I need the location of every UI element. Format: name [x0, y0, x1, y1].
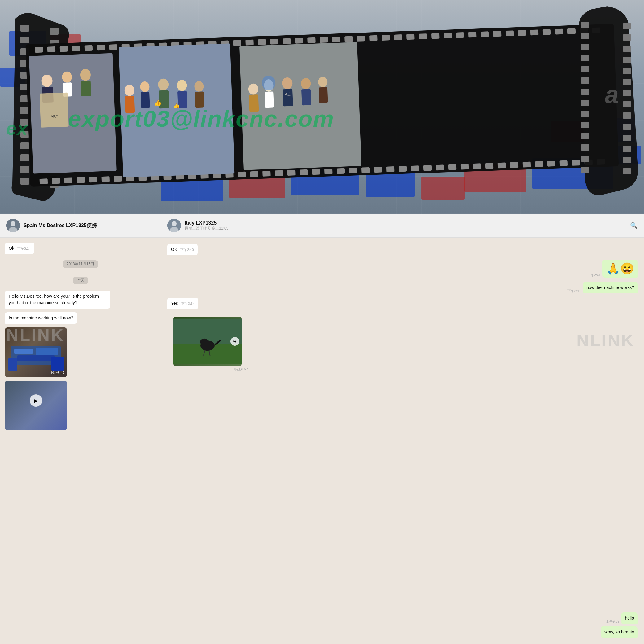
svg-rect-30	[47, 46, 56, 52]
svg-rect-148	[265, 91, 274, 108]
svg-rect-34	[97, 45, 105, 50]
forward-button-right[interactable]: ↪	[230, 337, 239, 346]
msg-ok-right: OK 下午2:40	[167, 244, 638, 255]
svg-point-185	[11, 221, 15, 226]
svg-rect-9	[20, 131, 29, 138]
svg-rect-101	[361, 167, 370, 173]
svg-rect-155	[319, 87, 328, 103]
svg-rect-156	[581, 22, 589, 28]
ok-right-time: 下午2:40	[180, 247, 194, 252]
avatar-left	[6, 219, 20, 232]
svg-rect-114	[523, 162, 531, 168]
svg-rect-105	[411, 165, 419, 171]
svg-rect-77	[64, 177, 72, 183]
svg-rect-60	[419, 33, 427, 39]
chat-header-info-left: Spain Ms.Desiree LXP1325便携	[24, 222, 155, 229]
svg-rect-166	[581, 133, 589, 139]
svg-rect-162	[581, 89, 589, 95]
svg-rect-107	[436, 164, 444, 170]
svg-rect-96	[300, 169, 308, 175]
svg-rect-108	[448, 164, 457, 170]
svg-rect-29	[35, 47, 43, 53]
svg-rect-79	[89, 177, 97, 182]
svg-rect-81	[114, 176, 122, 182]
svg-rect-64	[468, 32, 477, 37]
svg-rect-111	[485, 163, 494, 169]
media-container-2[interactable]: ▶	[5, 381, 67, 430]
svg-text:ART: ART	[50, 114, 58, 119]
svg-rect-57	[382, 35, 390, 41]
svg-rect-100	[349, 168, 357, 173]
svg-rect-118	[572, 160, 580, 166]
svg-rect-72	[567, 28, 576, 34]
svg-rect-31	[60, 46, 68, 52]
svg-rect-98	[324, 169, 333, 174]
svg-rect-158	[581, 44, 589, 50]
svg-rect-94	[275, 170, 283, 176]
svg-rect-35	[109, 44, 118, 50]
ok-right-text: OK	[171, 247, 177, 252]
svg-rect-10	[20, 142, 29, 149]
media-container-1[interactable]: 晚上8:47	[5, 327, 67, 377]
svg-rect-103	[386, 166, 395, 172]
svg-rect-56	[369, 35, 378, 41]
svg-text:👍: 👍	[173, 102, 180, 109]
svg-rect-99	[337, 168, 345, 174]
hello-text: hello	[625, 616, 634, 620]
svg-rect-53	[332, 37, 340, 42]
svg-rect-183	[623, 168, 631, 174]
chat-header-right: Italy LXP1325 最后上线于昨天 晚上11:05 🔍	[161, 214, 644, 238]
date-divider-yesterday: 昨天	[5, 277, 156, 284]
video-thumb-right: ↪	[173, 317, 242, 366]
msg-media-1: 晚上8:47	[5, 327, 156, 377]
bubble-machine-works: now the machine works?	[583, 282, 638, 293]
chat-media-inner-1	[5, 327, 67, 377]
svg-rect-145	[249, 94, 259, 112]
chat-section: Spain Ms.Desiree LXP1325便携 Ok 下午3:24 201…	[0, 214, 644, 644]
svg-rect-51	[307, 37, 316, 43]
media-container-right-1[interactable]: ↪ 晚上6:57	[173, 317, 248, 372]
msg-machine-text: Is the machine working well now?	[9, 315, 73, 320]
bubble-hello: Hello Ms.Desiree, how are you? Is the pr…	[5, 291, 110, 309]
svg-rect-54	[344, 36, 353, 42]
svg-rect-165	[581, 122, 589, 128]
play-button-2[interactable]: ▶	[30, 394, 42, 407]
chat-messages-right[interactable]: OK 下午2:40 下午2:41 🙏😄 下午2:41 now the machi…	[161, 238, 644, 644]
date-divider-2018: 2018年11月15日	[5, 260, 156, 268]
svg-rect-109	[461, 164, 469, 170]
svg-rect-80	[101, 176, 110, 182]
msg-hello-text: Hello Ms.Desiree, how are you? Is the pr…	[9, 294, 99, 305]
svg-rect-189	[36, 348, 58, 355]
svg-rect-177	[623, 101, 631, 107]
svg-rect-58	[394, 34, 402, 40]
svg-rect-163	[581, 100, 589, 106]
svg-rect-59	[406, 34, 415, 40]
date-label-2018: 2018年11月15日	[63, 260, 98, 268]
svg-rect-110	[473, 163, 481, 169]
yes-time: 下午3:34	[181, 301, 195, 306]
avatar-right	[167, 219, 181, 232]
svg-rect-62	[444, 33, 452, 38]
svg-rect-13	[20, 178, 29, 185]
bubble-machine-working: Is the machine working well now?	[5, 312, 77, 324]
svg-rect-130	[119, 43, 234, 177]
bottom-messages-right: 上午9:39 hello wow, so beauty	[167, 550, 638, 638]
chat-messages-left[interactable]: Ok 下午3:24 2018年11月15日 昨天 Hello Ms.Desire…	[0, 238, 161, 644]
msg-time-ok: 下午3:24	[17, 246, 31, 251]
svg-rect-182	[623, 157, 631, 163]
svg-rect-179	[623, 124, 631, 130]
svg-rect-161	[581, 77, 589, 84]
chat-header-info-right: Italy LXP1325 最后上线于昨天 晚上11:05	[185, 220, 626, 231]
svg-rect-190	[17, 355, 55, 361]
search-icon[interactable]: 🔍	[630, 222, 638, 229]
svg-rect-70	[543, 29, 551, 35]
factory-section: ART 👍 👍	[0, 0, 644, 214]
chat-name-left: Spain Ms.Desiree LXP1325便携	[24, 222, 155, 229]
svg-rect-55	[357, 36, 365, 42]
yes-text: Yes	[171, 301, 178, 306]
svg-point-194	[172, 221, 177, 226]
machine-works-time: 下午2:41	[567, 289, 581, 293]
svg-rect-106	[423, 165, 432, 171]
svg-rect-47	[258, 39, 266, 45]
media-time-1: 晚上8:47	[51, 370, 64, 375]
